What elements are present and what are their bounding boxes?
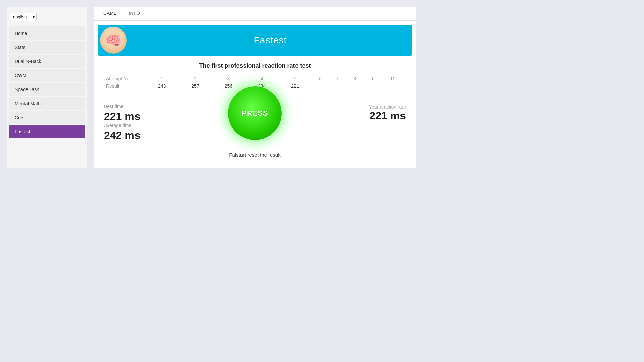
attempt-no-label: Attempt No.	[105, 75, 145, 82]
sidebar-item-mental-math[interactable]: Mental Math	[9, 97, 85, 110]
main-content: GAME INFO 🧠 Fastest The first profession…	[94, 7, 416, 168]
sidebar-item-cwm[interactable]: CWM	[9, 69, 85, 82]
attempt-2-number: 2	[179, 75, 211, 82]
attempt-9-result	[364, 83, 380, 89]
sidebar-item-home[interactable]: Home	[9, 26, 85, 40]
game-middle-row: Best time 221 ms PRESS Your reaction rat…	[94, 100, 416, 126]
attempt-1-result: 243	[146, 83, 178, 89]
attempt-6-number: 6	[312, 75, 329, 82]
average-time-label: Average time	[104, 123, 141, 128]
average-time-block: Average time 242 ms	[104, 123, 141, 142]
best-time-label: Best time	[104, 104, 141, 109]
attempt-3-number: 3	[212, 75, 245, 82]
avatar: 🧠	[100, 27, 127, 54]
attempt-10-number: 10	[381, 75, 405, 82]
reaction-rate-block: Your reaction rate 221 ms	[369, 104, 406, 122]
attempt-9-number: 9	[364, 75, 380, 82]
average-time-row: Average time 242 ms	[94, 123, 416, 145]
attempt-5-number: 5	[279, 75, 311, 82]
average-time-value: 242 ms	[104, 129, 141, 142]
sidebar: english russian spanish Home Stats Dual …	[7, 7, 87, 168]
attempt-4-number: 4	[246, 75, 278, 82]
attempt-7-number: 7	[329, 75, 346, 82]
attempt-7-result	[329, 83, 346, 89]
attempt-6-result	[312, 83, 329, 89]
sidebar-item-space-task[interactable]: Space Task	[9, 83, 85, 96]
attempt-1-number: 1	[146, 75, 178, 82]
attempt-8-number: 8	[346, 75, 363, 82]
einstein-image: 🧠	[100, 27, 127, 54]
sidebar-item-stats[interactable]: Stats	[9, 41, 85, 54]
attempt-10-result	[381, 83, 405, 89]
attempt-8-result	[346, 83, 363, 89]
attempt-5-result: 221	[279, 83, 311, 89]
reaction-rate-value: 221 ms	[369, 110, 406, 122]
game-subtitle: The first professional reaction rate tes…	[104, 62, 406, 69]
result-label: Result	[105, 83, 145, 89]
reaction-rate-label: Your reaction rate	[369, 104, 406, 110]
tab-bar: GAME INFO	[94, 7, 416, 21]
language-dropdown[interactable]: english russian spanish	[10, 13, 37, 21]
best-time-value: 221 ms	[104, 110, 141, 123]
tab-info[interactable]: INFO	[123, 7, 146, 20]
sidebar-item-fastest[interactable]: Fastest	[9, 125, 85, 138]
tab-game[interactable]: GAME	[97, 7, 123, 20]
game-header-banner: 🧠 Fastest	[98, 25, 412, 56]
game-area: 🧠 Fastest The first professional reactio…	[94, 25, 416, 161]
attempt-2-result: 257	[179, 83, 211, 89]
sidebar-item-dual-n-back[interactable]: Dual N-Back	[9, 55, 85, 68]
language-selector[interactable]: english russian spanish	[7, 10, 87, 26]
game-title: Fastest	[129, 35, 412, 46]
best-time-block: Best time 221 ms	[104, 104, 141, 123]
sidebar-item-corsi[interactable]: Corsi	[9, 111, 85, 124]
falstart-note: Falstart reset the result	[94, 145, 416, 161]
